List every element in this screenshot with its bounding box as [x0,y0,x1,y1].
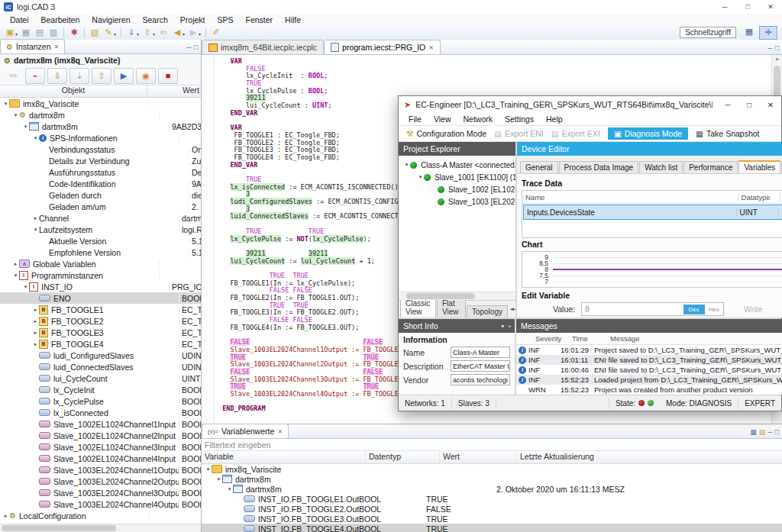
message-row[interactable]: iINF16:00:46ENI file saved to D:\_LC3_Tr… [516,365,782,375]
expand-arrow[interactable]: ▾ [12,112,19,118]
open-perspective-icon[interactable]: ▦ [741,26,758,38]
tree-row[interactable]: lx_CycleInitBOOL [0,384,201,395]
scroll-up-icon[interactable]: ▲ [772,56,782,61]
tree-row[interactable]: ▸aGlobale Variablen [0,258,201,269]
save-snapshot-icon[interactable]: ▦ [750,428,757,436]
tree-row[interactable]: Slave_1002EL1024Channel3InputBOOL [0,441,201,453]
message-row[interactable]: iINF15:52:23Loaded project from D:\_LC3_… [516,375,782,385]
trace-row[interactable]: Inputs.DevicesStateUINTIN : 1.02.08 [523,205,782,220]
device-tab-watch-list[interactable]: Watch list [639,161,683,173]
view-tab-topology[interactable]: Topology [467,305,508,318]
ec-menu-file[interactable]: File [403,114,427,124]
stop-button[interactable]: ■ [158,68,178,84]
hot-restart-button[interactable]: ◉ [136,68,156,84]
expand-arrow[interactable]: ▾ [22,284,29,290]
menu-sps[interactable]: SPS [212,15,238,25]
ec-minimize-button[interactable]: ─ [717,96,738,113]
device-tab-process-data-image[interactable]: Process Data Image [559,161,639,173]
tree-row[interactable]: ▸Channeldartmx8m_64Bit [0,212,201,224]
dropdown-icon[interactable]: ▾ [114,31,116,37]
tree-row[interactable]: Aktuelle Version5.1.0-SNAPSHOT [0,235,201,247]
view-maximize-icon[interactable]: □ [775,428,779,436]
tree-row[interactable]: Slave_1003EL2024Channel1OutputBOOL [0,464,201,476]
ec-tree-row[interactable]: Slave_1003 [EL2024] (1003 [399,195,515,208]
tree-row[interactable]: ENOBOOL [0,292,201,304]
editor-tab[interactable]: program.iecst::PRG_IO✕ [324,40,441,54]
tree-row[interactable]: ▾IProgramminstanzen [0,269,201,281]
tree-row[interactable]: lx_CyclePulseBOOL [0,395,201,407]
filter-input[interactable]: Filtertext eingeben [202,439,782,451]
view-tab-flat-view[interactable]: Flat View [437,297,466,318]
tree-row[interactable]: Code-Identifikation9AB2D3F3 [0,178,201,189]
tree-row[interactable]: Slave_1002EL1024Channel1InputBOOL [0,418,201,430]
expand-arrow[interactable]: ▸ [2,513,9,519]
menu-projekt[interactable]: Projekt [175,15,211,25]
variable-row[interactable]: INST_IO.FB_TOOGLE4.OutBOOLTRUE [202,524,782,532]
expand-arrow[interactable]: ▾ [215,476,222,482]
tree-row[interactable]: ▾iSPS-Informationen [0,132,201,143]
menu-fenster[interactable]: Fenster [241,15,279,25]
expand-arrow[interactable]: ▾ [417,174,424,180]
export-exi-button[interactable]: ▤Export EXI [551,129,600,138]
tree-row[interactable]: Details zur VerbindungZur SPS verbunden [0,155,201,166]
ec-close-button[interactable]: ✕ [760,96,781,113]
print-button[interactable]: ▥ [47,27,60,39]
view-minimize-icon[interactable]: ─ [767,428,772,436]
column-wert[interactable]: Wert [147,85,201,97]
project-explorer-hscrollbar[interactable] [399,292,515,300]
tree-row[interactable]: ▾dartmx8m9AB2D3F3 [0,121,201,132]
tree-row[interactable]: Slave_1003EL2024Channel2OutputBOOL [0,476,201,487]
tree-row[interactable]: Geladen am/um2. Oktober 2020 um [0,201,201,212]
column-variable[interactable]: Variable [202,451,366,463]
ec-tree-row[interactable]: ▾Class-A Master <connected> [399,159,515,171]
view-minimize-icon[interactable]: ─ [186,44,191,51]
expand-arrow[interactable]: ▸ [32,318,39,324]
expand-arrow[interactable]: ▾ [22,124,29,130]
tree-row[interactable]: ▾imx8q_Variscite [0,98,201,109]
device-tab-general[interactable]: General [520,161,558,173]
ec-menu-network[interactable]: Network [458,114,499,124]
variable-row[interactable]: ▾dartmx8m [202,474,782,484]
maximize-button[interactable]: □ [736,1,759,14]
save-button[interactable]: ▦ [19,27,33,39]
message-row[interactable]: iINF16:01:11ENI file saved to D:\_LC3_Tr… [516,355,782,365]
instances-hscrollbar[interactable] [0,524,201,532]
view-minimize-icon[interactable]: ─ [767,44,772,52]
tree-row[interactable]: ▸⚙LocalConfiguration [0,510,201,521]
tree-row[interactable]: ▾Laufzeitsystemlogi.RTS [0,224,201,235]
dropdown-icon[interactable]: ▾ [501,323,504,330]
verify-button[interactable]: ✱ [67,27,81,39]
variable-row[interactable]: ▾dartmx8m2. Oktober 2020 um 16:11:13 MES… [202,484,782,494]
trace-column[interactable]: Datatype [738,193,780,202]
menu-hilfe[interactable]: Hilfe [280,15,306,25]
device-tab-variables[interactable]: Variables [738,160,780,173]
tree-row[interactable]: ludi_ConfiguredSlavesUDINT [0,350,201,361]
expand-arrow[interactable]: ▸ [32,215,39,221]
column-letzte-aktualisierung[interactable]: Letzte Aktualisierung [517,451,782,463]
download-code-button[interactable]: ⇩ [47,68,67,84]
expand-arrow[interactable]: ▾ [32,135,39,141]
last-edit-location-button[interactable]: ⇦ [157,27,170,39]
column-severity[interactable]: Severity [533,334,570,343]
view-maximize-icon[interactable]: □ [775,44,779,52]
dropdown-icon[interactable]: ▾ [15,31,18,37]
disconnect-button[interactable]: ⌁ [25,68,45,84]
ec-menu-view[interactable]: View [428,114,457,124]
tree-row[interactable]: Empfohlene Version5.1.0-SNAPSHOT [0,247,201,258]
message-row[interactable]: WRN15:52:23Project was created from anot… [516,385,782,395]
export-eni-button[interactable]: ▤Export ENI [494,129,544,138]
ec-tree-row[interactable]: ▾Slave_1001 [EK1100] (1001) [399,171,515,183]
menu-bearbeiten[interactable]: Bearbeiten [36,15,86,25]
dropdown-icon[interactable]: ▾ [137,31,139,37]
expand-arrow[interactable]: ▾ [32,227,39,233]
tree-row[interactable]: ▸BFB_TOOGLE1EC_Toogle_FBD [0,304,201,315]
tree-row[interactable]: Slave_1003EL2024Channel3OutputBOOL [0,487,201,498]
expand-arrow[interactable]: ▾ [403,162,410,168]
tree-row[interactable]: lx_isConnectedBOOL [0,407,201,418]
expand-arrow[interactable]: ▾ [2,101,9,107]
pen-button[interactable]: ✐ [209,27,223,39]
tree-row[interactable]: ▾IINST_IOPRG_IO [0,281,201,292]
dec-toggle[interactable]: Dec [683,305,705,314]
ec-menu-settings[interactable]: Settings [499,114,539,124]
tree-row[interactable]: luid_ConnectedSlavesUDINT [0,361,201,372]
